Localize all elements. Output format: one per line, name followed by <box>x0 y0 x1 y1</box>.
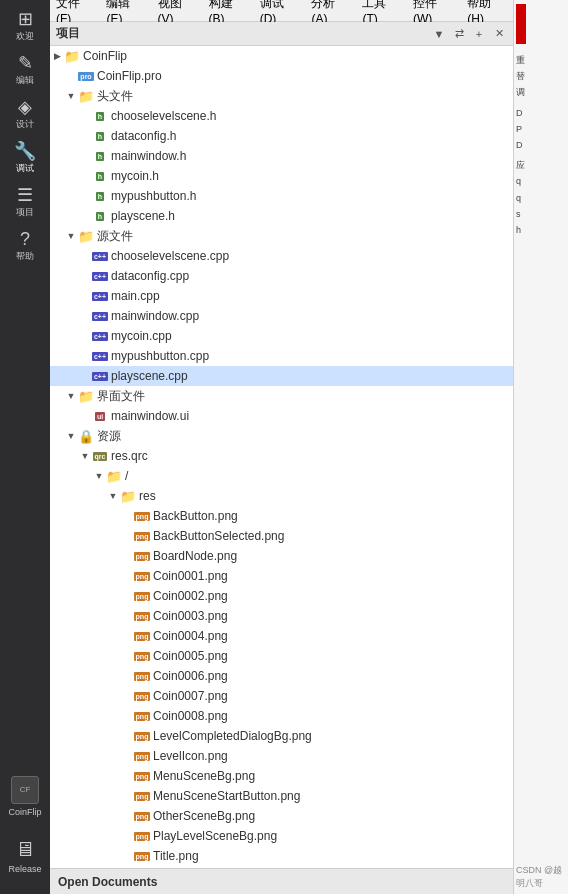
tree-item-32[interactable]: pngCoin0006.png <box>50 666 513 686</box>
tree-label-38: MenuSceneStartButton.png <box>153 789 300 803</box>
tree-item-2[interactable]: proCoinFlip.pro <box>50 66 513 86</box>
menu-help[interactable]: 帮助(H) <box>461 0 513 21</box>
menu-file[interactable]: 文件(F) <box>50 0 100 21</box>
tree-item-6[interactable]: hmainwindow.h <box>50 146 513 166</box>
tree-arrow-18[interactable]: ▼ <box>64 386 78 406</box>
tree-item-36[interactable]: pngLevelIcon.png <box>50 746 513 766</box>
main-area: 文件(F) 编辑(E) 视图(V) 构建(B) 调试(D) 分析(A) 工具(T… <box>50 0 513 894</box>
tree-label-23: res <box>139 489 156 503</box>
sidebar-item-project[interactable]: ☰ 项目 <box>1 180 49 224</box>
menu-build[interactable]: 构建(B) <box>203 0 254 21</box>
tree-arrow-6 <box>78 146 92 166</box>
tree-item-13[interactable]: c++main.cpp <box>50 286 513 306</box>
tree-item-9[interactable]: hplayscene.h <box>50 206 513 226</box>
sidebar-item-design[interactable]: ◈ 设计 <box>1 92 49 136</box>
tree-arrow-20[interactable]: ▼ <box>64 426 78 446</box>
tree-item-27[interactable]: pngCoin0001.png <box>50 566 513 586</box>
add-button[interactable]: + <box>471 26 487 42</box>
tree-item-21[interactable]: ▼qrcres.qrc <box>50 446 513 466</box>
tree-view[interactable]: ▶📁CoinFlipproCoinFlip.pro▼📁头文件hchooselev… <box>50 46 513 868</box>
tree-item-34[interactable]: pngCoin0008.png <box>50 706 513 726</box>
tree-arrow-10[interactable]: ▼ <box>64 226 78 246</box>
tree-label-39: OtherSceneBg.png <box>153 809 255 823</box>
menu-tools[interactable]: 工具(T) <box>356 0 406 21</box>
tree-item-41[interactable]: pngTitle.png <box>50 846 513 866</box>
tree-item-35[interactable]: pngLevelCompletedDialogBg.png <box>50 726 513 746</box>
close-button[interactable]: ✕ <box>491 26 507 42</box>
tree-item-38[interactable]: pngMenuSceneStartButton.png <box>50 786 513 806</box>
tree-item-30[interactable]: pngCoin0004.png <box>50 626 513 646</box>
tree-item-4[interactable]: hchooselevelscene.h <box>50 106 513 126</box>
tree-label-26: BoardNode.png <box>153 549 237 563</box>
tree-item-37[interactable]: pngMenuSceneBg.png <box>50 766 513 786</box>
tree-label-41: Title.png <box>153 849 199 863</box>
tree-item-26[interactable]: pngBoardNode.png <box>50 546 513 566</box>
sidebar-item-help[interactable]: ? 帮助 <box>1 224 49 268</box>
tree-arrow-31 <box>120 646 134 666</box>
tree-item-18[interactable]: ▼📁界面文件 <box>50 386 513 406</box>
tree-item-24[interactable]: pngBackButton.png <box>50 506 513 526</box>
tree-arrow-27 <box>120 566 134 586</box>
tree-arrow-30 <box>120 626 134 646</box>
tree-item-39[interactable]: pngOtherSceneBg.png <box>50 806 513 826</box>
tree-item-23[interactable]: ▼📁res <box>50 486 513 506</box>
tree-item-15[interactable]: c++mycoin.cpp <box>50 326 513 346</box>
tree-label-1: CoinFlip <box>83 49 127 63</box>
link-button[interactable]: ⇄ <box>451 26 467 42</box>
tree-item-10[interactable]: ▼📁源文件 <box>50 226 513 246</box>
menu-analyze[interactable]: 分析(A) <box>305 0 356 21</box>
tree-item-3[interactable]: ▼📁头文件 <box>50 86 513 106</box>
tree-label-25: BackButtonSelected.png <box>153 529 284 543</box>
tree-arrow-21[interactable]: ▼ <box>78 446 92 466</box>
tree-arrow-9 <box>78 206 92 226</box>
tree-item-17[interactable]: c++playscene.cpp <box>50 366 513 386</box>
sidebar-item-help-label: 帮助 <box>16 250 34 263</box>
debug-icon: 🔧 <box>14 142 36 160</box>
tree-item-29[interactable]: pngCoin0003.png <box>50 606 513 626</box>
sidebar-item-project-label: 项目 <box>16 206 34 219</box>
sidebar-project-item[interactable]: CF CoinFlip <box>1 766 49 826</box>
tree-arrow-40 <box>120 826 134 846</box>
tree-item-40[interactable]: pngPlayLevelSceneBg.png <box>50 826 513 846</box>
tree-label-7: mycoin.h <box>111 169 159 183</box>
tree-item-5[interactable]: hdataconfig.h <box>50 126 513 146</box>
sidebar-item-welcome[interactable]: ⊞ 欢迎 <box>1 4 49 48</box>
tree-label-19: mainwindow.ui <box>111 409 189 423</box>
tree-item-1[interactable]: ▶📁CoinFlip <box>50 46 513 66</box>
tree-item-25[interactable]: pngBackButtonSelected.png <box>50 526 513 546</box>
tree-label-22: / <box>125 469 128 483</box>
tree-item-22[interactable]: ▼📁/ <box>50 466 513 486</box>
filter-button[interactable]: ▼ <box>431 26 447 42</box>
tree-arrow-3[interactable]: ▼ <box>64 86 78 106</box>
menu-debug[interactable]: 调试(D) <box>254 0 306 21</box>
menu-edit[interactable]: 编辑(E) <box>100 0 151 21</box>
tree-item-33[interactable]: pngCoin0007.png <box>50 686 513 706</box>
tree-item-14[interactable]: c++mainwindow.cpp <box>50 306 513 326</box>
tree-item-19[interactable]: uimainwindow.ui <box>50 406 513 426</box>
tree-item-8[interactable]: hmypushbutton.h <box>50 186 513 206</box>
tree-item-16[interactable]: c++mypushbutton.cpp <box>50 346 513 366</box>
tree-arrow-33 <box>120 686 134 706</box>
edit-icon: ✎ <box>18 54 33 72</box>
tree-item-28[interactable]: pngCoin0002.png <box>50 586 513 606</box>
tree-arrow-23[interactable]: ▼ <box>106 486 120 506</box>
menu-control[interactable]: 控件(W) <box>407 0 461 21</box>
tree-item-31[interactable]: pngCoin0005.png <box>50 646 513 666</box>
menubar: 文件(F) 编辑(E) 视图(V) 构建(B) 调试(D) 分析(A) 工具(T… <box>50 0 513 22</box>
tree-label-10: 源文件 <box>97 228 133 245</box>
tree-label-12: dataconfig.cpp <box>111 269 189 283</box>
tree-arrow-12 <box>78 266 92 286</box>
tree-arrow-17 <box>78 366 92 386</box>
tree-arrow-1[interactable]: ▶ <box>50 46 64 66</box>
menu-view[interactable]: 视图(V) <box>152 0 203 21</box>
sidebar-item-edit[interactable]: ✎ 编辑 <box>1 48 49 92</box>
sidebar-item-debug-label: 调试 <box>16 162 34 175</box>
tree-label-3: 头文件 <box>97 88 133 105</box>
sidebar-release-item[interactable]: 🖥 Release <box>1 826 49 886</box>
tree-item-11[interactable]: c++chooselevelscene.cpp <box>50 246 513 266</box>
tree-arrow-22[interactable]: ▼ <box>92 466 106 486</box>
tree-item-20[interactable]: ▼🔒资源 <box>50 426 513 446</box>
tree-item-12[interactable]: c++dataconfig.cpp <box>50 266 513 286</box>
sidebar-item-debug[interactable]: 🔧 调试 <box>1 136 49 180</box>
tree-item-7[interactable]: hmycoin.h <box>50 166 513 186</box>
